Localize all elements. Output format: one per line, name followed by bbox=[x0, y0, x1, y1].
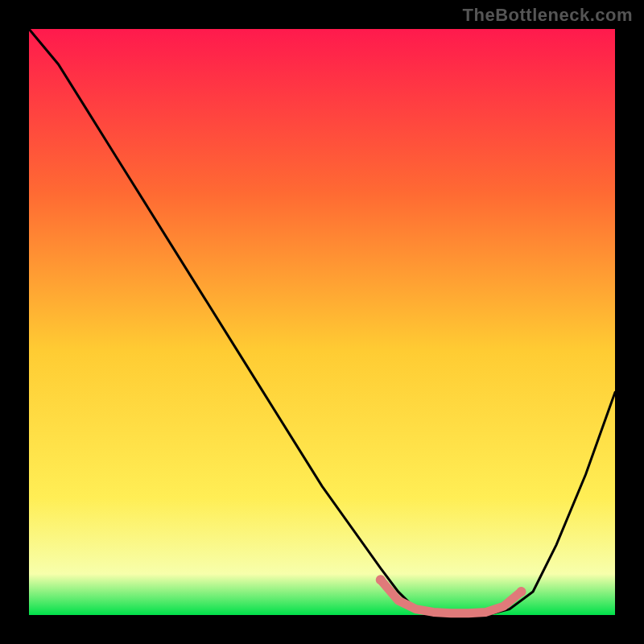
chart-frame: TheBottleneck.com bbox=[0, 0, 644, 644]
watermark-text: TheBottleneck.com bbox=[463, 5, 633, 26]
optimal-marker-dot bbox=[376, 575, 386, 584]
bottleneck-chart bbox=[0, 0, 644, 644]
plot-gradient-bg bbox=[29, 29, 615, 615]
optimal-marker-dot bbox=[517, 587, 526, 597]
